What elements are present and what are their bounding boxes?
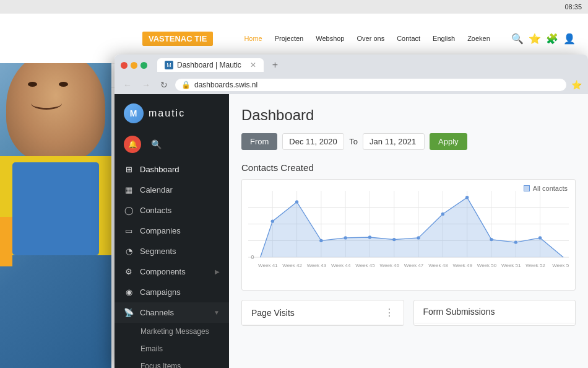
sidebar-subitem-focus-items[interactable]: Focus Items bbox=[115, 357, 229, 368]
browser-tab-active[interactable]: M Dashboard | Mautic ✕ bbox=[157, 58, 264, 72]
companies-icon: ▭ bbox=[124, 226, 134, 235]
svg-point-25 bbox=[441, 212, 444, 216]
sidebar-nav: ⊞ Dashboard ▦ Calendar ◯ Contacts ▭ Comp… bbox=[115, 156, 229, 368]
dashboard-content: Dashboard From To Apply Contacts Created bbox=[229, 94, 588, 368]
sidebar-item-components[interactable]: ⚙ Components ▶ bbox=[115, 261, 229, 282]
mautic-logo-text: mautic bbox=[149, 108, 185, 119]
bottom-panels: Page Visits ⋮ Form Submissions bbox=[241, 300, 576, 326]
reload-button[interactable]: ↻ bbox=[158, 79, 170, 91]
sidebar-item-companies[interactable]: ▭ Companies bbox=[115, 221, 229, 241]
website-nav-english[interactable]: English bbox=[433, 35, 455, 42]
tab-title: Dashboard | Mautic bbox=[177, 61, 241, 69]
sidebar-subitem-marketing-messages[interactable]: Marketing Messages bbox=[115, 323, 229, 340]
marketing-messages-label: Marketing Messages bbox=[141, 327, 209, 336]
mautic-main: Dashboard From To Apply Contacts Created bbox=[229, 94, 588, 368]
components-icon: ⚙ bbox=[124, 267, 134, 276]
contacts-chart-title: Contacts Created bbox=[241, 162, 576, 173]
to-label: To bbox=[349, 137, 358, 146]
profile-icon[interactable]: 👤 bbox=[563, 33, 576, 45]
focus-items-label: Focus Items bbox=[141, 362, 181, 368]
sidebar-item-channels[interactable]: 📡 Channels ▼ bbox=[115, 302, 229, 323]
svg-text:Week 46: Week 46 bbox=[380, 263, 400, 268]
form-submissions-panel: Form Submissions bbox=[413, 300, 576, 326]
mautic-sidebar: M mautic 🔔 🔍 ⊞ Dashboard ▦ bbox=[115, 94, 229, 368]
svg-point-28 bbox=[514, 240, 517, 243]
from-button[interactable]: From bbox=[241, 133, 277, 150]
website-nav-overons[interactable]: Over ons bbox=[357, 35, 385, 42]
svg-point-21 bbox=[344, 236, 347, 239]
sidebar-search-icon[interactable]: 🔍 bbox=[147, 136, 165, 153]
svg-text:Week 41: Week 41 bbox=[258, 263, 278, 268]
sidebar-subitem-emails[interactable]: Emails bbox=[115, 340, 229, 357]
close-window-button[interactable] bbox=[121, 62, 128, 69]
back-button[interactable]: ← bbox=[121, 79, 134, 91]
website-nav-contact[interactable]: Contact bbox=[397, 35, 420, 42]
svg-marker-17 bbox=[261, 198, 563, 257]
website-nav: Home Projecten Webshop Over ons Contact … bbox=[244, 35, 493, 42]
calendar-icon: ▦ bbox=[124, 185, 134, 195]
contacts-chart-section: Contacts Created All contacts bbox=[241, 162, 576, 291]
sidebar-segments-label: Segments bbox=[140, 247, 220, 256]
sidebar-item-dashboard[interactable]: ⊞ Dashboard bbox=[115, 159, 229, 180]
svg-text:0: 0 bbox=[251, 254, 254, 260]
chart-legend: All contacts bbox=[524, 185, 568, 192]
address-box[interactable]: 🔒 dashboards.swis.nl bbox=[175, 79, 566, 91]
sidebar-calendar-label: Calendar bbox=[140, 185, 220, 195]
svg-text:Week 51: Week 51 bbox=[501, 263, 521, 268]
website-nav-projecten[interactable]: Projecten bbox=[275, 35, 303, 42]
bookmark-icon[interactable]: ⭐ bbox=[571, 80, 582, 90]
legend-label: All contacts bbox=[533, 185, 568, 192]
maximize-window-button[interactable] bbox=[141, 62, 147, 69]
svg-point-26 bbox=[465, 196, 469, 199]
tab-close-button[interactable]: ✕ bbox=[250, 61, 256, 69]
notification-icon[interactable]: 🔔 bbox=[124, 136, 141, 153]
sidebar-companies-label: Companies bbox=[140, 226, 220, 235]
to-date-input[interactable] bbox=[363, 133, 425, 150]
svg-text:Week 5: Week 5 bbox=[552, 263, 569, 268]
orange-accent bbox=[0, 217, 12, 266]
new-tab-button[interactable]: + bbox=[272, 59, 278, 71]
legend-box bbox=[524, 185, 530, 191]
sidebar-item-calendar[interactable]: ▦ Calendar bbox=[115, 180, 229, 200]
svg-point-19 bbox=[295, 200, 298, 203]
contacts-chart-svg: 0 bbox=[248, 186, 569, 279]
apply-button[interactable]: Apply bbox=[430, 133, 467, 150]
search-icon[interactable]: 🔍 bbox=[511, 33, 524, 45]
svg-point-20 bbox=[319, 239, 322, 242]
star-icon[interactable]: ⭐ bbox=[529, 33, 541, 45]
sidebar-channels-label: Channels bbox=[140, 308, 207, 317]
tab-favicon: M bbox=[165, 61, 173, 69]
page-visits-menu-button[interactable]: ⋮ bbox=[384, 307, 394, 318]
mautic-logo: M mautic bbox=[115, 94, 229, 133]
minimize-window-button[interactable] bbox=[131, 62, 137, 69]
os-bar: 08:35 bbox=[0, 0, 588, 14]
lock-icon: 🔒 bbox=[181, 81, 191, 89]
svg-text:Week 52: Week 52 bbox=[525, 263, 545, 268]
svg-point-24 bbox=[417, 236, 420, 239]
svg-text:Week 43: Week 43 bbox=[307, 263, 327, 268]
channels-icon: 📡 bbox=[124, 308, 134, 317]
extension-icon[interactable]: 🧩 bbox=[546, 33, 558, 45]
url-display: dashboards.swis.nl bbox=[194, 81, 257, 89]
channels-arrow-icon: ▼ bbox=[214, 309, 220, 316]
segments-icon: ◔ bbox=[124, 247, 134, 256]
svg-point-27 bbox=[490, 238, 493, 241]
page-visits-panel: Page Visits ⋮ bbox=[241, 300, 404, 326]
svg-text:Week 49: Week 49 bbox=[452, 263, 472, 268]
page-title: Dashboard bbox=[241, 107, 576, 124]
svg-text:Week 50: Week 50 bbox=[477, 263, 497, 268]
forward-button[interactable]: → bbox=[139, 79, 153, 91]
sidebar-item-contacts[interactable]: ◯ Contacts bbox=[115, 200, 229, 221]
form-submissions-header: Form Submissions bbox=[414, 300, 576, 323]
browser-title-bar: M Dashboard | Mautic ✕ + bbox=[115, 55, 588, 76]
sidebar-item-campaigns[interactable]: ◉ Campaigns bbox=[115, 282, 229, 302]
from-date-input[interactable] bbox=[282, 133, 344, 150]
website-nav-home[interactable]: Home bbox=[244, 35, 262, 42]
os-time: 08:35 bbox=[564, 3, 582, 11]
browser-content: M mautic 🔔 🔍 ⊞ Dashboard ▦ bbox=[115, 94, 588, 368]
website-nav-zoeken[interactable]: Zoeken bbox=[467, 35, 490, 42]
svg-text:Week 42: Week 42 bbox=[282, 263, 302, 268]
svg-text:Week 45: Week 45 bbox=[355, 263, 375, 268]
website-nav-webshop[interactable]: Webshop bbox=[316, 35, 344, 42]
sidebar-item-segments[interactable]: ◔ Segments bbox=[115, 241, 229, 261]
